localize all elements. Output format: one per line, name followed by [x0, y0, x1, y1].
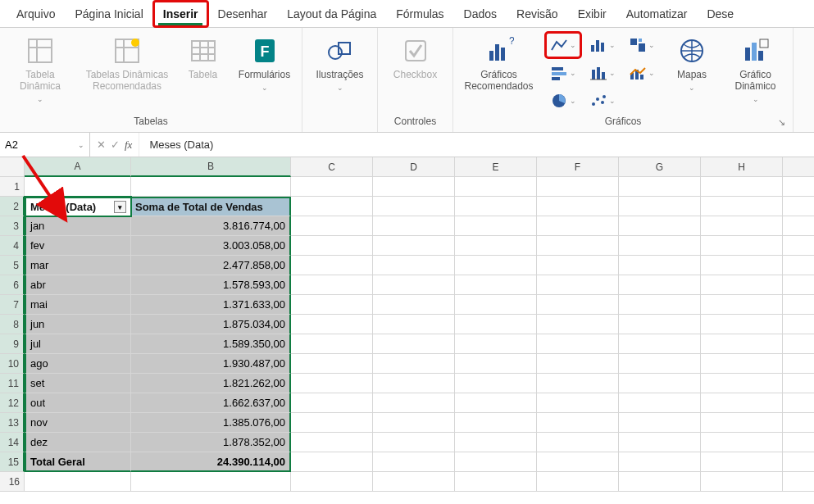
tab-exibir[interactable]: Exibir: [568, 1, 616, 27]
row-header-6[interactable]: 6: [0, 275, 25, 295]
cell-F10[interactable]: [537, 354, 619, 374]
cell-F11[interactable]: [537, 374, 619, 393]
cell-C12[interactable]: [291, 393, 373, 413]
cell-I12[interactable]: [783, 393, 814, 413]
forms-button[interactable]: F Formulários ⌄: [234, 33, 295, 92]
enter-formula-button[interactable]: ✓: [111, 138, 120, 151]
cell-I3[interactable]: [783, 216, 814, 236]
cell-E6[interactable]: [455, 275, 537, 295]
cell-F3[interactable]: [537, 216, 619, 236]
bar-chart-button[interactable]: ⌄: [546, 61, 580, 85]
cell-I8[interactable]: [783, 315, 814, 334]
cell-F13[interactable]: [537, 413, 619, 433]
cell-E10[interactable]: [455, 354, 537, 374]
cell-C15[interactable]: [291, 452, 373, 472]
row-header-2[interactable]: 2: [0, 197, 25, 216]
select-all-corner[interactable]: [0, 157, 25, 177]
filter-button[interactable]: ▾: [114, 201, 126, 213]
tab-truncated[interactable]: Dese: [697, 1, 744, 27]
cell-H2[interactable]: [701, 197, 783, 216]
cell-G7[interactable]: [619, 295, 701, 315]
cell-C2[interactable]: [291, 197, 373, 216]
cell-G13[interactable]: [619, 413, 701, 433]
cell-C3[interactable]: [291, 216, 373, 236]
cell-E2[interactable]: [455, 197, 537, 216]
statistic-chart-button[interactable]: ⌄: [585, 61, 620, 85]
cell-B11[interactable]: 1.821.262,00: [131, 374, 291, 393]
cell-F8[interactable]: [537, 315, 619, 334]
scatter-chart-button[interactable]: ⌄: [585, 89, 620, 113]
tab-desenhar[interactable]: Desenhar: [208, 1, 278, 27]
cell-I10[interactable]: [783, 354, 814, 374]
cell-B10[interactable]: 1.930.487,00: [131, 354, 291, 374]
cell-I13[interactable]: [783, 413, 814, 433]
table-button[interactable]: Tabela: [180, 33, 225, 80]
cell-B12[interactable]: 1.662.637,00: [131, 393, 291, 413]
maps-button[interactable]: Mapas ⌄: [667, 33, 716, 92]
cell-D8[interactable]: [373, 315, 455, 334]
cell-D13[interactable]: [373, 413, 455, 433]
tab-inserir[interactable]: Inserir: [153, 1, 208, 27]
cell-H16[interactable]: [701, 472, 783, 492]
cell-C1[interactable]: [291, 177, 373, 197]
cell-B5[interactable]: 2.477.858,00: [131, 256, 291, 275]
cell-E7[interactable]: [455, 295, 537, 315]
cell-C7[interactable]: [291, 295, 373, 315]
row-header-3[interactable]: 3: [0, 216, 25, 236]
row-header-8[interactable]: 8: [0, 315, 25, 334]
cell-B1[interactable]: [131, 177, 291, 197]
column-chart-button[interactable]: ⌄: [585, 33, 620, 57]
cell-E14[interactable]: [455, 433, 537, 452]
cell-G4[interactable]: [619, 236, 701, 256]
cell-H6[interactable]: [701, 275, 783, 295]
cell-A10[interactable]: ago: [25, 354, 131, 374]
column-header-D[interactable]: D: [373, 157, 455, 177]
column-header-E[interactable]: E: [455, 157, 537, 177]
checkbox-button[interactable]: Checkbox: [384, 33, 446, 80]
column-header-F[interactable]: F: [537, 157, 619, 177]
cell-C5[interactable]: [291, 256, 373, 275]
cell-B13[interactable]: 1.385.076,00: [131, 413, 291, 433]
cell-E4[interactable]: [455, 236, 537, 256]
cell-C10[interactable]: [291, 354, 373, 374]
cell-G6[interactable]: [619, 275, 701, 295]
cell-I11[interactable]: [783, 374, 814, 393]
cell-D15[interactable]: [373, 452, 455, 472]
cell-F4[interactable]: [537, 236, 619, 256]
hierarchy-chart-button[interactable]: ⌄: [625, 33, 659, 57]
cell-E16[interactable]: [455, 472, 537, 492]
tab-layout[interactable]: Layout da Página: [277, 1, 386, 27]
cell-A5[interactable]: mar: [25, 256, 131, 275]
tab-dados[interactable]: Dados: [454, 1, 507, 27]
cell-F6[interactable]: [537, 275, 619, 295]
row-header-5[interactable]: 5: [0, 256, 25, 275]
column-header-C[interactable]: C: [291, 157, 373, 177]
cell-A2[interactable]: Meses (Data)▾: [25, 197, 131, 216]
cell-F15[interactable]: [537, 452, 619, 472]
cell-C4[interactable]: [291, 236, 373, 256]
cell-E12[interactable]: [455, 393, 537, 413]
cell-H10[interactable]: [701, 354, 783, 374]
row-header-4[interactable]: 4: [0, 236, 25, 256]
cell-H4[interactable]: [701, 236, 783, 256]
column-header-H[interactable]: H: [701, 157, 783, 177]
cell-E15[interactable]: [455, 452, 537, 472]
cell-A15[interactable]: Total Geral: [25, 452, 131, 472]
recommended-pivot-button[interactable]: Tabelas Dinâmicas Recomendadas: [82, 33, 172, 92]
row-header-14[interactable]: 14: [0, 433, 25, 452]
cell-D3[interactable]: [373, 216, 455, 236]
combo-chart-button[interactable]: ⌄: [625, 61, 659, 85]
column-header-B[interactable]: B: [131, 157, 291, 177]
cell-I1[interactable]: [783, 177, 814, 197]
cell-F7[interactable]: [537, 295, 619, 315]
cell-H1[interactable]: [701, 177, 783, 197]
cell-A8[interactable]: jun: [25, 315, 131, 334]
row-header-9[interactable]: 9: [0, 334, 25, 354]
cell-A7[interactable]: mai: [25, 295, 131, 315]
cell-D4[interactable]: [373, 236, 455, 256]
cell-H5[interactable]: [701, 256, 783, 275]
cell-G5[interactable]: [619, 256, 701, 275]
pivot-table-button[interactable]: Tabela Dinâmica ⌄: [7, 33, 74, 103]
row-header-12[interactable]: 12: [0, 393, 25, 413]
cell-E3[interactable]: [455, 216, 537, 236]
